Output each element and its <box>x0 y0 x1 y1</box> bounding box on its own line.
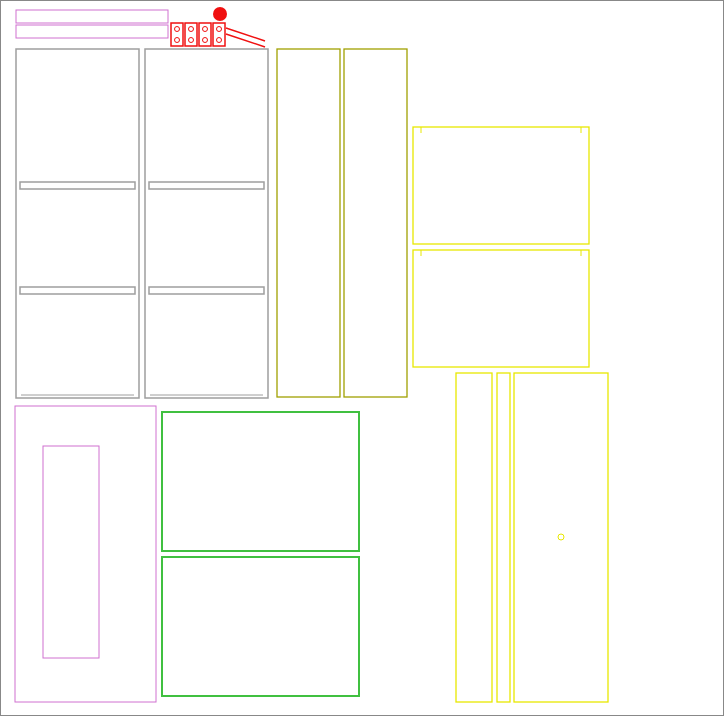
red-hole <box>175 27 180 32</box>
olive-column-1 <box>344 49 407 397</box>
magenta-bar-1 <box>16 25 168 38</box>
green-box-0 <box>162 412 359 551</box>
yellow-hole <box>558 534 564 540</box>
gray-cabinet-0 <box>16 49 139 398</box>
red-hole <box>217 38 222 43</box>
gray-shelf <box>149 182 264 189</box>
yellow-panel-1 <box>413 250 589 367</box>
green-box-1 <box>162 557 359 696</box>
magenta-bar-0 <box>16 10 168 23</box>
yellow-panel-0 <box>413 127 589 244</box>
gray-shelf <box>149 287 264 294</box>
gray-shelf <box>20 182 135 189</box>
red-hole <box>203 38 208 43</box>
yellow-column-0 <box>456 373 492 702</box>
yellow-column-2 <box>514 373 608 702</box>
red-hole <box>217 27 222 32</box>
red-hole <box>189 38 194 43</box>
yellow-column-1 <box>497 373 510 702</box>
vector-layout <box>1 1 724 716</box>
gray-cabinet-1 <box>145 49 268 398</box>
olive-column-0 <box>277 49 340 397</box>
red-hole <box>175 38 180 43</box>
red-hole <box>203 27 208 32</box>
gray-shelf <box>20 287 135 294</box>
red-dot <box>213 7 227 21</box>
svg-line-0 <box>226 28 265 41</box>
magenta-inner <box>43 446 99 658</box>
svg-line-1 <box>226 34 265 47</box>
red-hole <box>189 27 194 32</box>
drawing-canvas[interactable] <box>0 0 724 716</box>
